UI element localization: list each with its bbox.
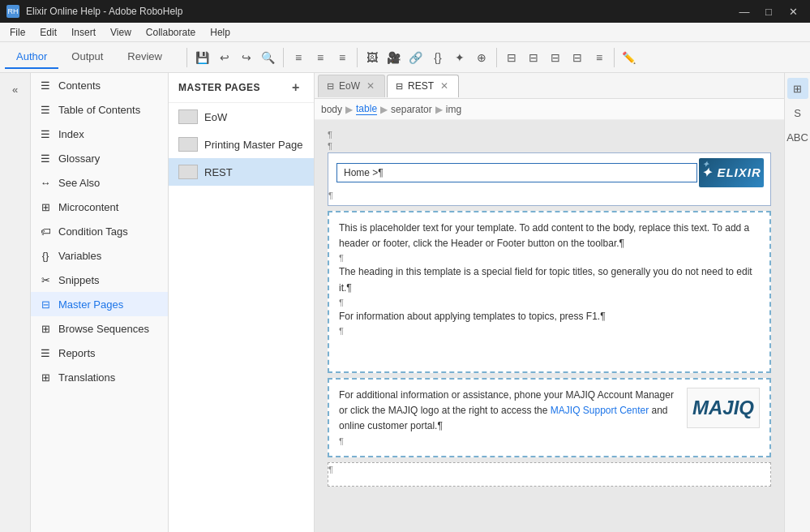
tab-output[interactable]: Output xyxy=(60,45,114,69)
nav-see-also[interactable]: ↔ See Also xyxy=(31,170,168,195)
footer-para-mark: ¶ xyxy=(339,436,760,446)
tab-review[interactable]: Review xyxy=(116,45,174,69)
menu-edit[interactable]: Edit xyxy=(33,25,63,40)
redo-button[interactable]: ↪ xyxy=(236,47,257,68)
body-text-1: This is placeholder text for your templa… xyxy=(339,221,760,251)
toolbar-separator xyxy=(186,48,187,67)
menu-insert[interactable]: Insert xyxy=(65,25,102,40)
content-area: ⊟ EoW ✕ ⊟ REST ✕ body ▶ table ▶ separato… xyxy=(315,73,784,532)
spell-button[interactable]: ABC xyxy=(787,127,808,148)
nav-index[interactable]: ☰ Index xyxy=(31,122,168,146)
close-button[interactable]: ✕ xyxy=(782,3,804,19)
breadcrumb-bar: body ▶ table ▶ separator ▶ img xyxy=(315,99,784,120)
tab-eow[interactable]: ⊟ EoW ✕ xyxy=(318,75,385,97)
undo-button[interactable]: ↩ xyxy=(214,47,235,68)
list-ordered-button[interactable]: ≡ xyxy=(310,47,331,68)
properties-button[interactable]: ⊞ xyxy=(787,78,808,99)
nav-condition-tags[interactable]: 🏷 Condition Tags xyxy=(31,219,168,243)
insert-code-button[interactable]: {} xyxy=(427,47,448,68)
footer-content: For additional information or assistance… xyxy=(339,388,760,435)
menu-help[interactable]: Help xyxy=(204,25,237,40)
breadcrumb-table[interactable]: table xyxy=(356,103,377,115)
styles-button[interactable]: S xyxy=(787,102,808,123)
footer-block: For additional information or assistance… xyxy=(328,378,771,457)
save-button[interactable]: 💾 xyxy=(192,47,213,68)
insert-link-button[interactable]: 🔗 xyxy=(405,47,426,68)
see-also-icon: ↔ xyxy=(39,176,52,189)
table-more-button[interactable]: ≡ xyxy=(589,47,610,68)
snippets-icon: ✂ xyxy=(39,273,52,286)
window-title: Elixir Online Help - Adobe RoboHelp xyxy=(26,6,182,17)
title-bar: RH Elixir Online Help - Adobe RoboHelp —… xyxy=(0,0,810,23)
breadcrumb-separator[interactable]: separator xyxy=(391,104,432,115)
nav-table-of-contents[interactable]: ☰ Table of Contents xyxy=(31,97,168,122)
tab-eow-close[interactable]: ✕ xyxy=(365,80,376,92)
para-mark-after-header: ¶ xyxy=(328,191,770,200)
table-col-button[interactable]: ⊟ xyxy=(523,47,544,68)
nav-translations[interactable]: ⊞ Translations xyxy=(31,365,168,389)
majiq-logo: MAJIQ xyxy=(687,388,760,428)
insert-more-button[interactable]: ⊕ xyxy=(471,47,492,68)
variables-icon: {} xyxy=(39,249,52,262)
menu-collaborate[interactable]: Collaborate xyxy=(139,25,202,40)
nav-variables[interactable]: {} Variables xyxy=(31,243,168,268)
toolbar: Author Output Review 💾 ↩ ↪ 🔍 ≡ ≡ ≡ 🖼 🎥 🔗… xyxy=(0,42,810,73)
add-master-page-button[interactable]: + xyxy=(288,79,304,96)
tab-rest[interactable]: ⊟ REST ✕ xyxy=(387,75,459,97)
menu-file[interactable]: File xyxy=(3,25,32,40)
browse-sequences-icon: ⊞ xyxy=(39,322,52,335)
breadcrumb-body[interactable]: body xyxy=(321,104,342,115)
nav-contents[interactable]: ☰ Contents xyxy=(31,73,168,97)
body-text-2: The heading in this template is a specia… xyxy=(339,264,760,295)
nav-snippets[interactable]: ✂ Snippets xyxy=(31,268,168,292)
tab-author[interactable]: Author xyxy=(5,45,58,69)
para-mark-2: ¶ xyxy=(328,141,771,151)
minimize-button[interactable]: — xyxy=(734,3,755,19)
sep2 xyxy=(283,48,284,67)
right-panel-btn[interactable]: ✏️ xyxy=(619,47,640,68)
master-page-eow[interactable]: EoW xyxy=(169,103,314,131)
find-button[interactable]: 🔍 xyxy=(258,47,279,68)
list-decrease-button[interactable]: ≡ xyxy=(332,47,353,68)
sidebar-icons: « xyxy=(0,73,31,532)
master-page-printing[interactable]: Printing Master Page xyxy=(169,131,314,158)
table-button[interactable]: ⊟ xyxy=(501,47,522,68)
app-icon: RH xyxy=(6,5,19,18)
nav-microcontent[interactable]: ⊞ Microcontent xyxy=(31,195,168,219)
tab-rest-close[interactable]: ✕ xyxy=(439,80,450,92)
home-link-text[interactable]: Home >¶ xyxy=(336,163,697,182)
master-page-rest[interactable]: REST xyxy=(169,158,314,186)
nav-master-pages[interactable]: ⊟ Master Pages xyxy=(31,292,168,316)
toolbar-actions: 💾 ↩ ↪ 🔍 ≡ ≡ ≡ 🖼 🎥 🔗 {} ✦ ⊕ ⊟ ⊟ ⊟ ⊟ ≡ ✏️ xyxy=(192,47,640,68)
tab-rest-icon: ⊟ xyxy=(396,81,403,92)
body-block[interactable]: This is placeholder text for your templa… xyxy=(328,211,771,373)
insert-special-button[interactable]: ✦ xyxy=(449,47,470,68)
insert-media-button[interactable]: 🎥 xyxy=(384,47,405,68)
table-merge-button[interactable]: ⊟ xyxy=(545,47,566,68)
nav-glossary[interactable]: ☰ Glossary xyxy=(31,146,168,170)
contents-icon: ☰ xyxy=(39,79,52,92)
empty-para-mark: ¶ xyxy=(328,465,770,474)
nav-browse-sequences[interactable]: ⊞ Browse Sequences xyxy=(31,316,168,341)
editor-area[interactable]: ¶ ¶ Home >¶ ✦ ELIXIR ¶ This is placehold… xyxy=(315,120,784,532)
tab-eow-icon: ⊟ xyxy=(327,81,334,92)
footer-text: For additional information or assistance… xyxy=(339,388,679,435)
body-text-3: For information about applying templates… xyxy=(339,309,760,324)
list-unordered-button[interactable]: ≡ xyxy=(288,47,309,68)
master-page-eow-icon xyxy=(178,109,198,124)
insert-image-button[interactable]: 🖼 xyxy=(362,47,383,68)
body-para-mark-2: ¶ xyxy=(339,298,760,307)
breadcrumb-img[interactable]: img xyxy=(446,104,461,115)
maximize-button[interactable]: □ xyxy=(758,3,779,19)
sep4 xyxy=(496,48,497,67)
menu-view[interactable]: View xyxy=(104,25,138,40)
para-mark-1: ¶ xyxy=(328,130,771,139)
master-page-printing-icon xyxy=(178,137,198,152)
right-panel: ⊞ S ABC xyxy=(784,73,810,532)
footer-link[interactable]: MAJIQ Support Center xyxy=(551,405,649,416)
nav-reports[interactable]: ☰ Reports xyxy=(31,341,168,365)
nav-panel: ☰ Contents ☰ Table of Contents ☰ Index ☰… xyxy=(31,73,169,532)
table-split-button[interactable]: ⊟ xyxy=(567,47,588,68)
elixir-logo: ✦ ELIXIR xyxy=(699,158,764,187)
collapse-sidebar-button[interactable]: « xyxy=(4,78,27,101)
